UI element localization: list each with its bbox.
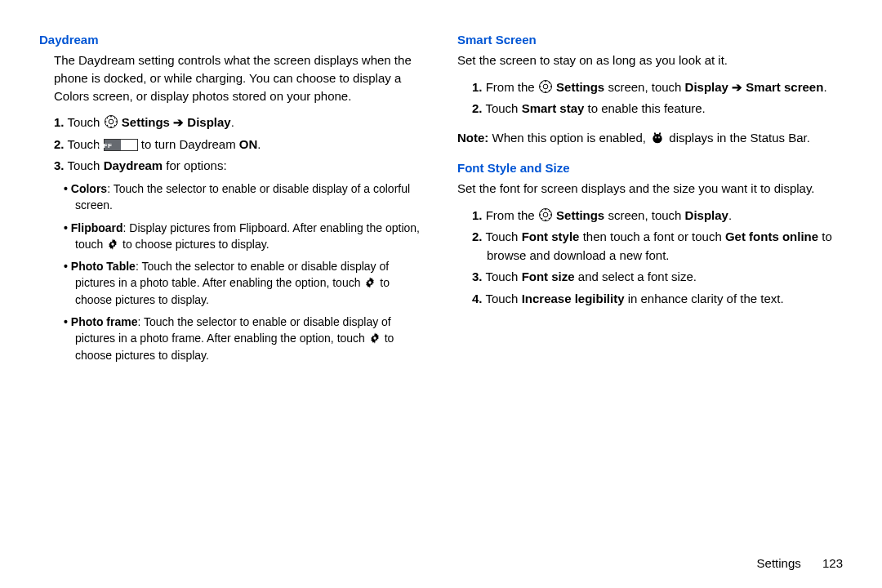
option-photo-table: • Photo Table: Touch the selector to ena… — [64, 258, 425, 308]
step-1: 1. Touch Settings ➔ Display. — [54, 113, 425, 131]
font-step-3: 3. Touch Font size and select a font siz… — [472, 267, 843, 286]
settings-icon — [104, 114, 118, 129]
settings-icon — [538, 207, 553, 222]
daydream-steps: 1. Touch Settings ➔ Display. 2. Touch OF… — [39, 113, 425, 175]
option-colors: • Colors: Touch the selector to enable o… — [64, 180, 425, 214]
page-columns: Daydream The Daydream setting controls w… — [39, 33, 843, 369]
smart-step-1: 1. From the Settings screen, touch Displ… — [472, 78, 843, 96]
step-3: 3. Touch Daydream for options: — [54, 156, 425, 175]
option-photo-frame: • Photo frame: Touch the selector to ena… — [64, 314, 425, 363]
off-toggle-icon: OFF — [104, 139, 138, 151]
daydream-intro: The Daydream setting controls what the s… — [39, 51, 425, 105]
column-left: Daydream The Daydream setting controls w… — [39, 33, 425, 369]
settings-icon — [538, 79, 553, 94]
cog-icon — [368, 332, 381, 345]
cog-icon — [106, 238, 119, 251]
option-flipboard: • Flipboard: Display pictures from Flipb… — [64, 220, 425, 253]
footer-section: Settings — [757, 556, 801, 570]
smart-screen-steps: 1. From the Settings screen, touch Displ… — [457, 78, 843, 118]
page-footer: Settings 123 — [757, 556, 843, 570]
smart-stay-icon — [649, 131, 666, 145]
font-intro: Set the font for screen displays and the… — [457, 180, 843, 198]
font-steps: 1. From the Settings screen, touch Displ… — [457, 206, 843, 308]
smart-screen-note: Note: When this option is enabled, displ… — [457, 129, 843, 148]
cog-icon — [363, 276, 376, 289]
page-number: 123 — [822, 556, 843, 570]
smart-screen-intro: Set the screen to stay on as long as you… — [457, 51, 843, 69]
step-2: 2. Touch OFF to turn Daydream ON. — [54, 135, 425, 154]
column-right: Smart Screen Set the screen to stay on a… — [457, 33, 843, 369]
font-step-1: 1. From the Settings screen, touch Displ… — [472, 206, 843, 225]
heading-font-style: Font Style and Size — [457, 161, 843, 175]
heading-daydream: Daydream — [39, 33, 425, 47]
smart-step-2: 2. Touch Smart stay to enable this featu… — [472, 99, 843, 118]
heading-smart-screen: Smart Screen — [457, 33, 843, 47]
font-step-2: 2. Touch Font style then touch a font or… — [472, 227, 843, 265]
daydream-options: • Colors: Touch the selector to enable o… — [39, 180, 425, 363]
font-step-4: 4. Touch Increase legibility in enhance … — [472, 289, 843, 308]
